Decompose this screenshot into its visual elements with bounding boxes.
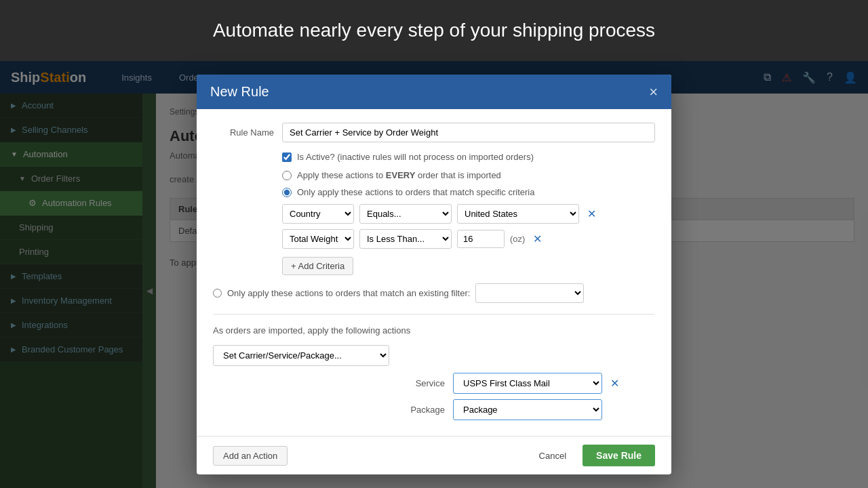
rule-name-label: Rule Name — [213, 127, 274, 138]
modal-footer: Add an Action Cancel Save Rule — [197, 436, 671, 474]
action-delete[interactable]: ✕ — [610, 377, 619, 390]
action-row: Set Carrier/Service/Package... Assign Ta… — [213, 345, 655, 366]
modal-body: Rule Name Is Active? (inactive rules wil… — [197, 109, 671, 436]
criteria-unit-1: (oz) — [510, 234, 525, 244]
rule-name-row: Rule Name — [213, 123, 655, 142]
save-rule-button[interactable]: Save Rule — [583, 445, 655, 466]
add-action-button[interactable]: Add an Action — [213, 446, 288, 466]
package-select[interactable]: Package Large Flat Rate Box Medium Flat … — [453, 399, 602, 420]
criteria-operator-0[interactable]: Equals... Does Not Equal... — [359, 204, 452, 224]
cancel-button[interactable]: Cancel — [531, 447, 574, 465]
radio-specific-row: Only apply these actions to orders that … — [213, 187, 655, 197]
active-checkbox-label: Is Active? (inactive rules will not proc… — [297, 152, 534, 162]
radio-filter[interactable] — [213, 289, 222, 298]
add-criteria-button[interactable]: + Add Criteria — [282, 257, 353, 275]
top-banner: Automate nearly every step of your shipp… — [0, 0, 868, 61]
package-label: Package — [404, 405, 445, 415]
criteria-row-0: Country Total Weight Order Total Equals.… — [282, 204, 655, 224]
divider — [213, 314, 655, 314]
criteria-row-1: Total Weight Country Order Total Is Less… — [282, 229, 655, 249]
rule-name-input[interactable] — [282, 123, 655, 142]
modal-close-button[interactable]: × — [649, 85, 658, 100]
filter-select[interactable] — [475, 283, 584, 303]
modal: New Rule × Rule Name Is Active? (inactiv… — [197, 75, 671, 474]
actions-label: As orders are imported, apply the follow… — [213, 325, 655, 336]
service-row: Service USPS First Class Mail USPS Prior… — [213, 373, 655, 394]
radio-specific[interactable] — [282, 188, 292, 197]
active-checkbox[interactable] — [282, 152, 292, 162]
active-checkbox-row: Is Active? (inactive rules will not proc… — [213, 152, 655, 162]
criteria-value-input-1[interactable] — [457, 230, 505, 248]
radio-every-label: Apply these actions to EVERY order that … — [297, 170, 501, 180]
modal-overlay: New Rule × Rule Name Is Active? (inactiv… — [0, 61, 868, 488]
footer-right: Cancel Save Rule — [531, 445, 655, 466]
modal-header: New Rule × — [197, 75, 671, 109]
criteria-field-0[interactable]: Country Total Weight Order Total — [282, 204, 354, 224]
radio-every[interactable] — [282, 171, 292, 180]
radio-filter-label: Only apply these actions to orders that … — [227, 288, 470, 298]
service-select[interactable]: USPS First Class Mail USPS Priority Mail… — [453, 373, 602, 394]
criteria-value-0[interactable]: United States Canada United Kingdom — [457, 204, 579, 224]
criteria-section: Country Total Weight Order Total Equals.… — [213, 204, 655, 275]
criteria-operator-1[interactable]: Is Less Than... Is Greater Than... Equal… — [359, 229, 452, 249]
radio-filter-row: Only apply these actions to orders that … — [213, 283, 655, 303]
criteria-delete-1[interactable]: ✕ — [533, 232, 542, 245]
banner-text: Automate nearly every step of your shipp… — [213, 20, 655, 41]
radio-specific-label: Only apply these actions to orders that … — [297, 187, 534, 197]
modal-title: New Rule — [210, 84, 269, 100]
criteria-field-1[interactable]: Total Weight Country Order Total — [282, 229, 354, 249]
criteria-delete-0[interactable]: ✕ — [587, 207, 596, 220]
package-row: Package Package Large Flat Rate Box Medi… — [213, 399, 655, 420]
service-label: Service — [404, 378, 445, 388]
radio-every-row: Apply these actions to EVERY order that … — [213, 170, 655, 180]
action-type-select[interactable]: Set Carrier/Service/Package... Assign Ta… — [213, 345, 389, 366]
